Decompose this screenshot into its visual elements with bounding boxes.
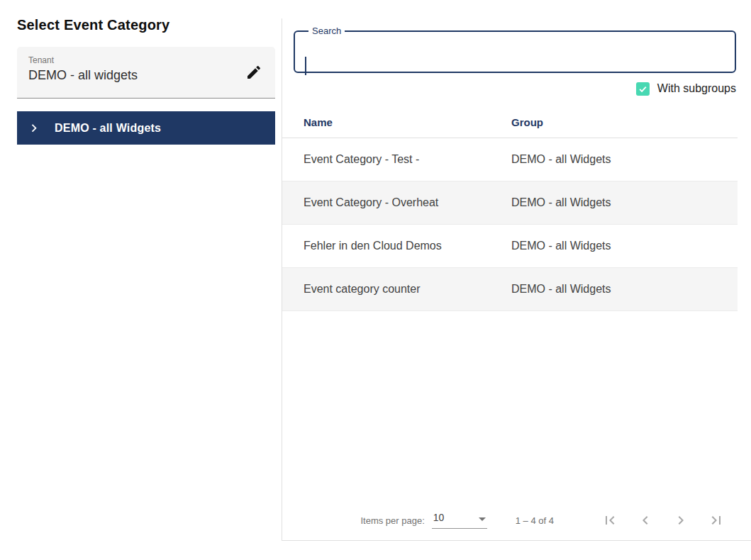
column-header-group: Group: [510, 116, 738, 128]
table-row[interactable]: Fehler in den Cloud Demos DEMO - all Wid…: [282, 225, 738, 268]
column-header-name: Name: [282, 116, 510, 128]
previous-page-button[interactable]: [628, 506, 663, 534]
table-row[interactable]: Event Category - Overheat DEMO - all Wid…: [282, 181, 738, 225]
dropdown-arrow-icon: [479, 517, 486, 521]
search-input[interactable]: [304, 55, 722, 76]
tenant-field-label: Tenant: [28, 55, 264, 65]
table-header-row: Name Group: [282, 106, 738, 138]
group-tree-item-label: DEMO - all Widgets: [55, 122, 161, 135]
next-page-button[interactable]: [663, 506, 699, 534]
cell-name: Event Category - Overheat: [282, 196, 510, 209]
event-category-table: Name Group Event Category - Test - DEMO …: [282, 106, 738, 311]
last-page-icon: [708, 512, 725, 529]
cell-group: DEMO - all Widgets: [510, 196, 738, 209]
first-page-icon: [601, 512, 618, 529]
group-tree-item-selected[interactable]: DEMO - all Widgets: [17, 111, 275, 145]
first-page-button[interactable]: [592, 506, 628, 534]
page-size-select[interactable]: 10: [432, 512, 487, 529]
page-size-value: 10: [433, 512, 445, 523]
paginator-range-label: 1 – 4 of 4: [516, 515, 554, 526]
cell-name: Event category counter: [282, 283, 510, 296]
cell-name: Fehler in den Cloud Demos: [282, 240, 510, 252]
previous-page-icon: [637, 512, 654, 529]
next-page-icon: [672, 512, 689, 529]
tenant-field-value: DEMO - all widgets: [28, 68, 264, 83]
with-subgroups-checkbox[interactable]: With subgroups: [636, 80, 736, 97]
search-field-label: Search: [308, 26, 345, 36]
page-title: Select Event Category: [17, 17, 169, 33]
with-subgroups-label: With subgroups: [657, 82, 736, 95]
cell-group: DEMO - all Widgets: [510, 153, 738, 166]
cell-name: Event Category - Test -: [282, 153, 510, 166]
pencil-icon: [245, 64, 262, 81]
select-event-category-dialog: Select Event Category Tenant DEMO - all …: [0, 0, 751, 560]
checkbox-checked-icon: [636, 82, 650, 96]
chevron-right-icon: [26, 121, 42, 136]
tenant-field: Tenant DEMO - all widgets: [17, 47, 275, 99]
paginator: Items per page: 10 1 – 4 of 4: [360, 505, 734, 536]
category-list-panel: Search With subgroups Name Group Event C…: [282, 18, 751, 541]
table-row[interactable]: Event category counter DEMO - all Widget…: [282, 268, 738, 311]
cell-group: DEMO - all Widgets: [510, 240, 738, 252]
items-per-page-label: Items per page:: [360, 515, 424, 526]
search-field-outline: Search: [294, 26, 736, 73]
last-page-button[interactable]: [699, 506, 734, 534]
cell-group: DEMO - all Widgets: [510, 283, 738, 296]
edit-tenant-button[interactable]: [243, 61, 265, 84]
table-row[interactable]: Event Category - Test - DEMO - all Widge…: [282, 138, 738, 181]
